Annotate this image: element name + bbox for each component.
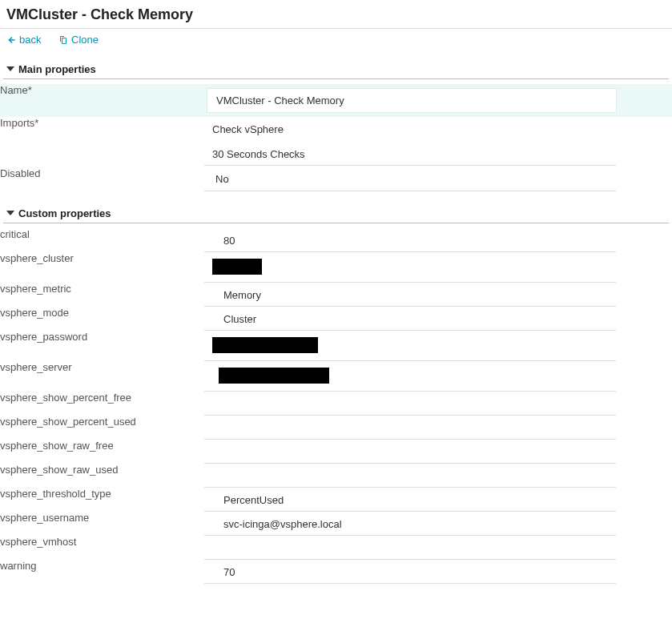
section-main-title: Main properties: [18, 63, 96, 75]
label-vsphere-metric: vsphere_metric: [0, 283, 204, 307]
caret-down-icon: [6, 66, 14, 71]
label-vsphere-mode: vsphere_mode: [0, 307, 204, 331]
disabled-select[interactable]: No: [204, 167, 616, 191]
value-vsphere-show-raw-free[interactable]: [204, 440, 616, 464]
redacted-block: [212, 259, 262, 275]
clone-link[interactable]: Clone: [58, 34, 99, 46]
value-vsphere-mode[interactable]: Cluster: [204, 307, 616, 331]
clone-icon: [58, 35, 68, 45]
section-custom-properties: Custom properties critical 80 vsphere_cl…: [0, 204, 672, 584]
value-critical[interactable]: 80: [204, 228, 616, 252]
caret-down-icon: [6, 211, 14, 215]
name-input[interactable]: [207, 89, 616, 112]
value-vsphere-show-raw-used[interactable]: [204, 464, 616, 488]
label-vsphere-username: vsphere_username: [0, 512, 204, 536]
value-vsphere-metric[interactable]: Memory: [204, 283, 616, 307]
label-name: Name*: [0, 84, 204, 117]
back-link[interactable]: back: [6, 34, 41, 46]
value-warning[interactable]: 70: [204, 560, 616, 584]
page-title: VMCluster - Check Memory: [6, 6, 666, 23]
top-actions: back Clone: [0, 29, 672, 55]
section-main-properties: Main properties Name* Imports* Check vSp…: [0, 60, 672, 191]
label-vsphere-cluster: vsphere_cluster: [0, 252, 204, 283]
redacted-block: [219, 368, 329, 384]
value-vsphere-threshold-type[interactable]: PercentUsed: [204, 488, 616, 512]
label-vsphere-vmhost: vsphere_vmhost: [0, 536, 204, 560]
imports-value-1[interactable]: Check vSphere: [204, 117, 616, 140]
value-vsphere-show-percent-free[interactable]: [204, 392, 616, 416]
label-vsphere-password: vsphere_password: [0, 331, 204, 361]
label-vsphere-show-raw-free: vsphere_show_raw_free: [0, 440, 204, 464]
label-vsphere-threshold-type: vsphere_threshold_type: [0, 488, 204, 512]
value-vsphere-server[interactable]: [204, 361, 616, 392]
label-vsphere-show-percent-used: vsphere_show_percent_used: [0, 416, 204, 440]
label-disabled: Disabled: [0, 167, 204, 191]
label-vsphere-server: vsphere_server: [0, 361, 204, 392]
label-imports: Imports*: [0, 117, 204, 167]
imports-value-2[interactable]: 30 Seconds Checks: [204, 142, 616, 166]
value-vsphere-vmhost[interactable]: [204, 536, 616, 560]
value-vsphere-username[interactable]: svc-icinga@vsphere.local: [204, 512, 616, 536]
label-critical: critical: [0, 228, 204, 252]
value-vsphere-show-percent-used[interactable]: [204, 416, 616, 440]
section-custom-title: Custom properties: [18, 207, 111, 219]
value-vsphere-cluster[interactable]: [204, 252, 616, 283]
redacted-block: [212, 337, 318, 353]
label-vsphere-show-raw-used: vsphere_show_raw_used: [0, 464, 204, 488]
back-label: back: [19, 34, 41, 46]
clone-label: Clone: [71, 34, 99, 46]
value-vsphere-password[interactable]: [204, 331, 616, 361]
section-custom-header[interactable]: Custom properties: [3, 204, 669, 223]
section-main-header[interactable]: Main properties: [3, 60, 669, 79]
arrow-left-icon: [6, 35, 16, 45]
label-warning: warning: [0, 560, 204, 584]
label-vsphere-show-percent-free: vsphere_show_percent_free: [0, 392, 204, 416]
